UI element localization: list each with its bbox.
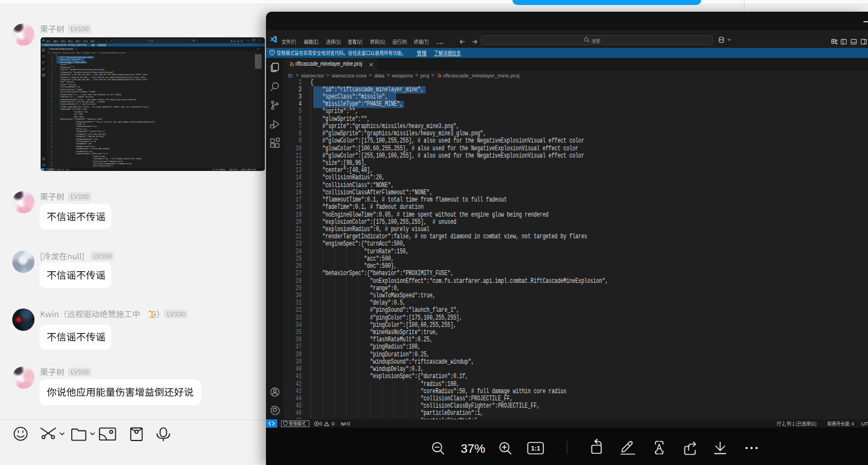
svg-text:1:1: 1:1 xyxy=(531,445,540,452)
